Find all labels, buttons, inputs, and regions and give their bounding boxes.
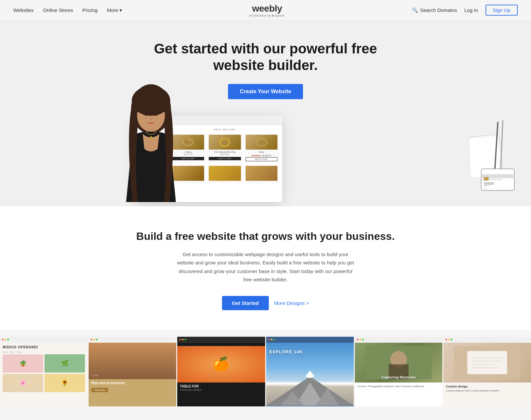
svg-point-6	[154, 113, 158, 116]
tpl-dot-yellow	[182, 339, 184, 340]
tpl-img: 🌻	[44, 374, 85, 392]
mountain-svg	[266, 371, 354, 406]
tpl-kim-inner: Capturing Moments I'm Kim. Photographer …	[355, 343, 442, 406]
signup-button[interactable]: Sign Up	[486, 5, 518, 16]
tpl-browser-bar	[89, 337, 176, 343]
features-buttons: Get Started More Designs >	[7, 296, 524, 310]
nav-more[interactable]: More ▾	[107, 7, 122, 13]
more-designs-link[interactable]: More Designs >	[274, 300, 309, 306]
tpl-dot-yellow	[5, 339, 6, 340]
kim-text-block: I'm Kim. Photographer based in San Franc…	[355, 383, 442, 390]
tpl-dot-green	[185, 339, 186, 340]
best-sellers-title: BEST SELLERS	[171, 128, 279, 131]
svg-point-4	[150, 136, 152, 139]
nav-websites[interactable]: Websites	[13, 7, 34, 13]
logo: weebly eCommerce by ■ Square	[249, 3, 285, 17]
tpl-dot-red	[179, 339, 181, 340]
kim-hero-img: Capturing Moments	[355, 343, 442, 383]
tpl-custom-inner: Custom design. Embody elegance with a cu…	[443, 343, 531, 406]
tpl-modus-title: MODUS OPERANDI	[3, 345, 85, 349]
tpl-dot-green	[451, 339, 452, 340]
product-card: Diana $1,900.00 $2,200.00 ADD TO CART	[244, 133, 279, 163]
svg-marker-29	[305, 371, 314, 378]
hero-sketch-decoration: 4417 1239 5678 9010 MM/YY AL/	[451, 109, 518, 202]
hero-headline: Get started with our powerful free websi…	[149, 40, 382, 74]
tpl-dot-red	[91, 339, 92, 340]
kim-tagline: Capturing Moments	[355, 375, 442, 379]
luna-hero-img: LUNA	[89, 343, 176, 379]
tpl-dot-red	[2, 339, 4, 340]
highland-tagline: EXPLORE 14K	[269, 349, 303, 354]
tpl-browser-bar	[0, 337, 88, 343]
tpl-dot-yellow	[448, 339, 450, 340]
custom-sub: Embody elegance with a custom-designed i…	[446, 389, 528, 392]
svg-point-5	[144, 113, 148, 116]
tpl-dot-red	[357, 339, 358, 340]
product-name: Diana	[246, 151, 277, 153]
svg-point-11	[256, 139, 267, 146]
add-to-cart-button[interactable]: ADD TO CART	[246, 157, 277, 161]
add-to-cart-button[interactable]: ADD TO CART	[209, 157, 241, 160]
tpl-modus-grid: 🪴 🌿 🌸 🌻	[3, 354, 85, 392]
hero-visual: △ BLAIR LAUREN BROWN LOOKBOOK BRIDAL CUS…	[7, 116, 524, 202]
custom-text-block: Custom design. Embody elegance with a cu…	[443, 383, 531, 394]
product-price: $1,275.00	[209, 153, 241, 155]
tpl-dot-green	[273, 339, 275, 340]
tpl-browser-bar	[266, 337, 354, 343]
tpl-modus-inner: MODUS OPERANDI Home Shop About 🪴 🌿 🌸 🌻	[0, 343, 88, 395]
template-card-highland: EXPLORE 14K	[265, 337, 354, 406]
tpl-luna-inner: LUNA Rise and accessorize Shop now	[89, 343, 176, 395]
get-started-button[interactable]: Get Started	[222, 296, 269, 310]
luna-hero-overlay: LUNA	[91, 374, 99, 377]
tpl-dot-green	[362, 339, 364, 340]
urban-sub: FOOD AND DRINKS	[180, 389, 262, 391]
logo-brand: weebly	[249, 3, 285, 14]
chevron-down-icon: ▾	[119, 7, 122, 13]
features-body: Get access to customizable webpage desig…	[174, 250, 357, 284]
tpl-highland-inner: EXPLORE 14K	[266, 343, 354, 406]
template-card-luna: LUNA Rise and accessorize Shop now	[88, 337, 176, 406]
logo-sub: eCommerce by ■ Square	[249, 14, 285, 17]
svg-rect-24	[484, 177, 489, 180]
tpl-browser-bar	[355, 337, 442, 343]
nav-right: 🔍 Search Domains Log In Sign Up	[412, 5, 518, 16]
tpl-browser-bar	[177, 337, 265, 343]
custom-hero-img	[443, 343, 531, 383]
svg-text:AL/: AL/	[484, 187, 487, 189]
features-section: Build a free website that grows with you…	[0, 206, 531, 330]
product-card	[244, 165, 279, 183]
template-card-kim: Capturing Moments I'm Kim. Photographer …	[354, 337, 442, 406]
nav-pricing[interactable]: Pricing	[82, 7, 98, 13]
luna-cta-button[interactable]: Shop now	[91, 388, 108, 392]
tpl-dot-yellow	[93, 339, 95, 340]
template-card-urban: URBANONE 🍊 TABLE FOR FOOD AND DRINKS	[176, 337, 265, 406]
product-grid-row2	[171, 165, 279, 183]
product-card: Fine Diamond Eye Ring $1,275.00 ADD TO C…	[207, 133, 242, 163]
tpl-dot-yellow	[271, 339, 272, 340]
search-icon: 🔍	[412, 7, 418, 13]
tpl-dot-green	[96, 339, 98, 340]
svg-point-3	[132, 86, 170, 116]
template-card-modus: MODUS OPERANDI Home Shop About 🪴 🌿 🌸 🌻	[0, 337, 88, 406]
hero-woman-figure	[116, 83, 186, 202]
svg-rect-34	[467, 351, 507, 374]
search-domains-button[interactable]: 🔍 Search Domains	[412, 7, 457, 13]
tpl-nav-row: Home Shop About	[3, 351, 85, 353]
hero-section: Get started with our powerful free websi…	[0, 21, 531, 206]
tpl-urban-inner: URBANONE 🍊 TABLE FOR FOOD AND DRINKS	[177, 343, 265, 395]
product-image	[209, 166, 241, 181]
product-price: $1,900.00	[252, 155, 261, 157]
nav-links: Websites Online Stores Pricing More ▾	[13, 7, 122, 13]
tpl-img: 🌸	[3, 374, 43, 392]
create-website-button[interactable]: Create Your Website	[228, 84, 303, 99]
luna-tagline: Rise and accessorize	[91, 381, 174, 385]
tpl-dot-red	[445, 339, 447, 340]
product-grid: Jessica $1,712.50 ADD TO CART Fine Diamo…	[171, 133, 279, 163]
nav-online-stores[interactable]: Online Stores	[43, 7, 73, 13]
navbar: Websites Online Stores Pricing More ▾ we…	[0, 0, 531, 21]
tpl-dot-yellow	[359, 339, 361, 340]
login-button[interactable]: Log In	[464, 7, 478, 13]
template-card-custom: Custom design. Embody elegance with a cu…	[442, 337, 531, 406]
custom-name: Custom design.	[446, 385, 528, 389]
product-image	[209, 135, 241, 150]
